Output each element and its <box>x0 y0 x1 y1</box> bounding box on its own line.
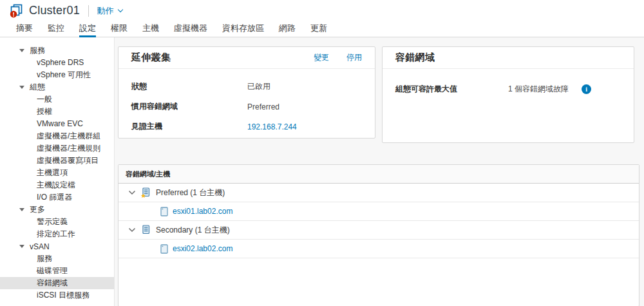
object-header: Cluster01 動作 <box>0 0 644 21</box>
stretched-cluster-card-header: 延伸叢集 變更 停用 <box>118 47 375 69</box>
host-icon <box>160 244 168 254</box>
tolerance-label: 組態可容許最大值 <box>395 84 508 95</box>
sidebar-group-label: vSAN <box>30 242 50 251</box>
host-row: esxi01.lab02.com <box>118 202 639 221</box>
tab-摘要[interactable]: 摘要 <box>16 21 33 37</box>
field-value: Preferred <box>247 102 279 111</box>
host-link[interactable]: esxi02.lab02.com <box>173 244 232 253</box>
sidebar-item[interactable]: 主機設定檔 <box>0 179 114 191</box>
field-label: 見證主機 <box>131 121 247 132</box>
host-link[interactable]: esxi01.lab02.com <box>173 207 232 216</box>
tab-設定[interactable]: 設定 <box>79 21 96 37</box>
actions-menu-button[interactable]: 動作 <box>97 5 122 17</box>
disable-button[interactable]: 停用 <box>346 52 362 63</box>
collapse-triangle-icon <box>19 208 24 211</box>
change-button[interactable]: 變更 <box>314 52 329 63</box>
tab-主機[interactable]: 主機 <box>142 21 159 37</box>
sidebar-group[interactable]: vSAN <box>0 240 114 253</box>
fault-domain-name: Secondary (1 台主機) <box>156 225 230 236</box>
tab-權限[interactable]: 權限 <box>111 21 128 37</box>
sidebar-item[interactable]: 主機選項 <box>0 167 114 179</box>
table-header-label: 容錯網域/主機 <box>126 169 170 179</box>
field-row: 慣用容錯網域Preferred <box>131 97 362 117</box>
fault-domains-card-header: 容錯網域 <box>383 47 634 69</box>
sidebar-group[interactable]: 服務 <box>0 44 114 57</box>
fault-domains-card: 容錯網域 組態可容許最大值 1 個容錯網域故障 <box>382 46 634 143</box>
tab-資料存放區[interactable]: 資料存放區 <box>222 21 264 37</box>
sidebar-group-label: 組態 <box>30 82 45 93</box>
field-label: 狀態 <box>131 81 247 92</box>
sidebar-item[interactable]: vSphere DRS <box>0 57 114 69</box>
stretched-cluster-card: 延伸叢集 變更 停用 狀態已啟用慣用容錯網域Preferred見證主機192.1… <box>118 46 375 139</box>
content-area: 延伸叢集 變更 停用 狀態已啟用慣用容錯網域Preferred見證主機192.1… <box>115 37 644 306</box>
sidebar-item[interactable]: 虛擬機器/主機規則 <box>0 142 114 155</box>
field-value: 已啟用 <box>247 81 270 92</box>
tab-網路[interactable]: 網路 <box>279 21 296 37</box>
host-icon <box>160 207 168 216</box>
sidebar-group-label: 服務 <box>30 45 45 56</box>
sidebar-item[interactable]: iSCSI 目標服務 <box>0 289 114 301</box>
fault-domain-group-row[interactable]: Preferred (1 台主機) <box>118 184 639 202</box>
sidebar-item[interactable]: I/O 篩選器 <box>0 191 114 204</box>
fault-domain-table-card: 容錯網域/主機 Preferred (1 台主機)esxi01.lab02.co… <box>118 164 639 306</box>
chevron-down-icon <box>118 6 123 12</box>
header-divider <box>88 5 89 17</box>
fault-domain-table-body: Preferred (1 台主機)esxi01.lab02.comSeconda… <box>118 184 639 258</box>
sidebar-item[interactable]: vSphere 可用性 <box>0 69 114 81</box>
chevron-down-icon <box>128 227 136 233</box>
tab-更新[interactable]: 更新 <box>310 21 327 37</box>
fault-domains-title: 容錯網域 <box>395 52 435 64</box>
witness-host-link[interactable]: 192.168.7.244 <box>247 122 297 131</box>
fault-domain-icon <box>140 225 151 236</box>
sidebar-item[interactable]: 一般 <box>0 93 114 106</box>
sidebar-item[interactable]: 容錯網域 <box>0 277 114 289</box>
sidebar-group[interactable]: 組態 <box>0 81 114 93</box>
info-icon[interactable] <box>582 84 591 94</box>
sidebar-item[interactable]: VMware EVC <box>0 118 114 130</box>
tab-虛擬機器[interactable]: 虛擬機器 <box>174 21 207 37</box>
stretched-cluster-title: 延伸叢集 <box>131 52 171 64</box>
collapse-triangle-icon <box>19 245 24 248</box>
sidebar-item[interactable]: 警示定義 <box>0 216 114 228</box>
sidebar-item[interactable]: 虛擬機器覆寫項目 <box>0 155 114 167</box>
sidebar-item[interactable]: 排定的工作 <box>0 228 114 240</box>
fault-domain-icon <box>140 187 151 198</box>
actions-label: 動作 <box>97 5 114 17</box>
fault-domain-group-row[interactable]: Secondary (1 台主機) <box>118 221 639 240</box>
sidebar-group-label: 更多 <box>30 204 45 215</box>
stretched-cluster-fields: 狀態已啟用慣用容錯網域Preferred見證主機192.168.7.244 <box>118 69 375 137</box>
tolerance-value: 1 個容錯網域故障 <box>508 84 569 95</box>
tab-監控[interactable]: 監控 <box>48 21 64 37</box>
table-header: 容錯網域/主機 <box>118 165 639 184</box>
chevron-down-icon <box>128 190 136 195</box>
sidebar-item[interactable]: 授權 <box>0 106 114 118</box>
tolerance-row: 組態可容許最大值 1 個容錯網域故障 <box>395 79 621 99</box>
sidebar-item[interactable]: 虛擬機器/主機群組 <box>0 130 114 142</box>
sidebar-item[interactable]: 服務 <box>0 253 114 265</box>
sidebar-item[interactable]: 磁碟管理 <box>0 265 114 277</box>
sidebar-group[interactable]: 更多 <box>0 204 114 216</box>
host-row: esxi02.lab02.com <box>118 240 639 258</box>
page-title: Cluster01 <box>29 4 80 17</box>
field-row: 見證主機192.168.7.244 <box>131 117 362 137</box>
collapse-triangle-icon <box>19 49 24 52</box>
field-row: 狀態已啟用 <box>131 77 362 97</box>
collapse-triangle-icon <box>19 86 24 89</box>
tab-bar: 摘要監控設定權限主機虛擬機器資料存放區網路更新 <box>0 21 644 37</box>
cluster-error-icon <box>8 3 24 19</box>
sidebar-tree: 服務vSphere DRSvSphere 可用性組態一般授權VMware EVC… <box>0 37 115 306</box>
fault-domain-name: Preferred (1 台主機) <box>156 187 225 198</box>
field-label: 慣用容錯網域 <box>131 101 247 112</box>
